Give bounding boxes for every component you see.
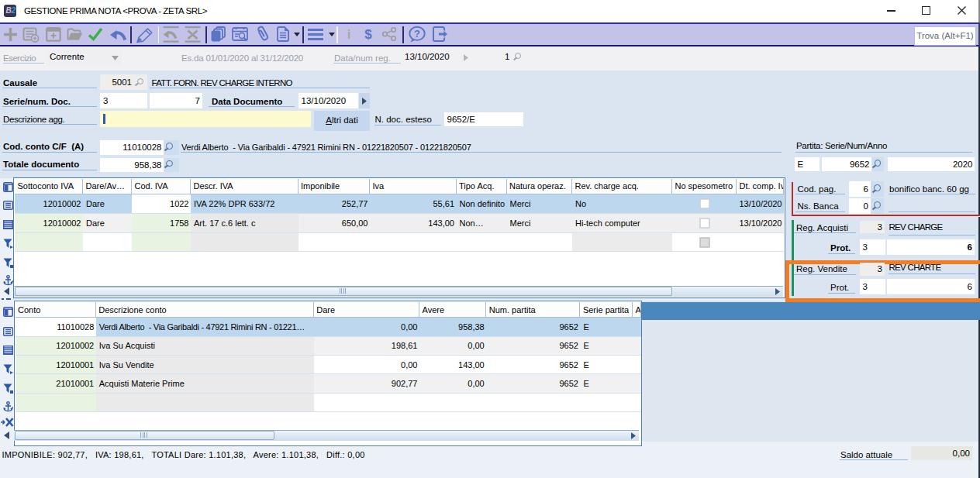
svg-text:?: ?	[414, 28, 420, 40]
